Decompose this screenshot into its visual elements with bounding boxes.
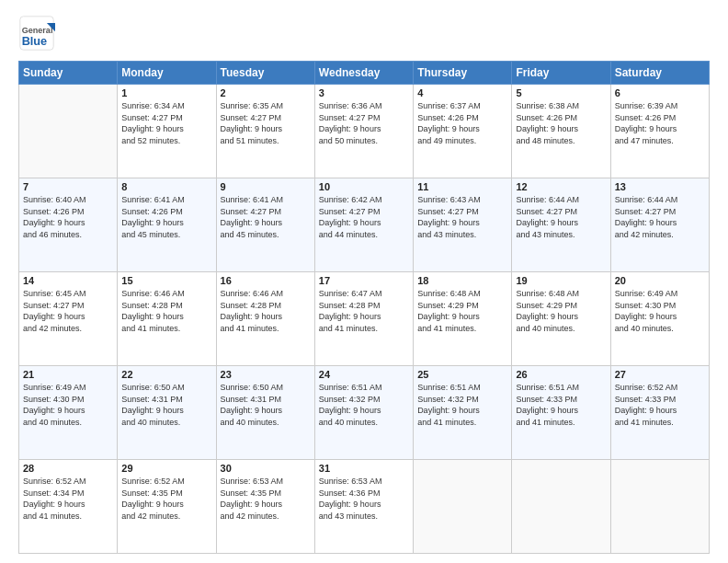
day-number: 16 bbox=[221, 275, 311, 286]
day-info: Sunrise: 6:46 AMSunset: 4:28 PMDaylight:… bbox=[221, 288, 311, 334]
svg-text:Blue: Blue bbox=[22, 34, 48, 48]
day-number: 26 bbox=[516, 369, 606, 380]
day-number: 19 bbox=[516, 275, 606, 286]
day-info: Sunrise: 6:48 AMSunset: 4:29 PMDaylight:… bbox=[516, 288, 606, 334]
calendar-week-row: 7Sunrise: 6:40 AMSunset: 4:26 PMDaylight… bbox=[19, 178, 710, 272]
day-number: 2 bbox=[221, 87, 311, 98]
day-info: Sunrise: 6:49 AMSunset: 4:30 PMDaylight:… bbox=[23, 382, 113, 428]
day-info: Sunrise: 6:46 AMSunset: 4:28 PMDaylight:… bbox=[121, 288, 211, 334]
calendar-cell: 15Sunrise: 6:46 AMSunset: 4:28 PMDayligh… bbox=[118, 272, 216, 366]
calendar-week-row: 14Sunrise: 6:45 AMSunset: 4:27 PMDayligh… bbox=[19, 272, 710, 366]
calendar-cell: 31Sunrise: 6:53 AMSunset: 4:36 PMDayligh… bbox=[314, 460, 413, 554]
day-number: 23 bbox=[221, 369, 311, 380]
day-number: 13 bbox=[615, 181, 705, 192]
calendar-table: SundayMondayTuesdayWednesdayThursdayFrid… bbox=[18, 61, 710, 554]
day-info: Sunrise: 6:34 AMSunset: 4:27 PMDaylight:… bbox=[121, 100, 211, 146]
calendar-cell: 28Sunrise: 6:52 AMSunset: 4:34 PMDayligh… bbox=[19, 460, 118, 554]
calendar-header-row: SundayMondayTuesdayWednesdayThursdayFrid… bbox=[19, 62, 710, 85]
calendar-cell: 9Sunrise: 6:41 AMSunset: 4:27 PMDaylight… bbox=[216, 178, 314, 272]
day-number: 27 bbox=[615, 369, 705, 380]
calendar-cell: 25Sunrise: 6:51 AMSunset: 4:32 PMDayligh… bbox=[414, 366, 512, 460]
day-info: Sunrise: 6:36 AMSunset: 4:27 PMDaylight:… bbox=[319, 100, 409, 146]
day-number: 5 bbox=[516, 87, 606, 98]
day-number: 24 bbox=[319, 369, 409, 380]
calendar-cell: 2Sunrise: 6:35 AMSunset: 4:27 PMDaylight… bbox=[216, 85, 314, 178]
day-info: Sunrise: 6:48 AMSunset: 4:29 PMDaylight:… bbox=[417, 288, 507, 334]
day-info: Sunrise: 6:52 AMSunset: 4:35 PMDaylight:… bbox=[121, 476, 211, 522]
day-info: Sunrise: 6:40 AMSunset: 4:26 PMDaylight:… bbox=[23, 194, 113, 240]
calendar-cell: 7Sunrise: 6:40 AMSunset: 4:26 PMDaylight… bbox=[19, 178, 118, 272]
calendar-cell: 27Sunrise: 6:52 AMSunset: 4:33 PMDayligh… bbox=[610, 366, 709, 460]
calendar-cell bbox=[512, 460, 610, 554]
calendar-cell: 19Sunrise: 6:48 AMSunset: 4:29 PMDayligh… bbox=[512, 272, 610, 366]
day-info: Sunrise: 6:51 AMSunset: 4:33 PMDaylight:… bbox=[516, 382, 606, 428]
day-number: 25 bbox=[417, 369, 507, 380]
day-number: 8 bbox=[121, 181, 211, 192]
day-number: 7 bbox=[23, 181, 113, 192]
day-number: 1 bbox=[121, 87, 211, 98]
calendar-day-header: Tuesday bbox=[216, 62, 314, 85]
calendar-cell: 14Sunrise: 6:45 AMSunset: 4:27 PMDayligh… bbox=[19, 272, 118, 366]
day-info: Sunrise: 6:41 AMSunset: 4:26 PMDaylight:… bbox=[121, 194, 211, 240]
calendar-cell: 17Sunrise: 6:47 AMSunset: 4:28 PMDayligh… bbox=[314, 272, 413, 366]
day-number: 6 bbox=[615, 87, 705, 98]
day-info: Sunrise: 6:35 AMSunset: 4:27 PMDaylight:… bbox=[221, 100, 311, 146]
day-number: 15 bbox=[121, 275, 211, 286]
calendar-cell: 3Sunrise: 6:36 AMSunset: 4:27 PMDaylight… bbox=[314, 85, 413, 178]
calendar-cell: 5Sunrise: 6:38 AMSunset: 4:26 PMDaylight… bbox=[512, 85, 610, 178]
day-info: Sunrise: 6:51 AMSunset: 4:32 PMDaylight:… bbox=[319, 382, 409, 428]
day-info: Sunrise: 6:50 AMSunset: 4:31 PMDaylight:… bbox=[221, 382, 311, 428]
calendar-cell: 21Sunrise: 6:49 AMSunset: 4:30 PMDayligh… bbox=[19, 366, 118, 460]
day-number: 10 bbox=[319, 181, 409, 192]
calendar-day-header: Thursday bbox=[414, 62, 512, 85]
day-info: Sunrise: 6:42 AMSunset: 4:27 PMDaylight:… bbox=[319, 194, 409, 240]
day-info: Sunrise: 6:43 AMSunset: 4:27 PMDaylight:… bbox=[417, 194, 507, 240]
calendar-cell bbox=[610, 460, 709, 554]
calendar-cell: 10Sunrise: 6:42 AMSunset: 4:27 PMDayligh… bbox=[314, 178, 413, 272]
calendar-week-row: 21Sunrise: 6:49 AMSunset: 4:30 PMDayligh… bbox=[19, 366, 710, 460]
logo-icon: General Blue bbox=[18, 15, 55, 52]
day-number: 28 bbox=[23, 463, 113, 474]
calendar-cell: 8Sunrise: 6:41 AMSunset: 4:26 PMDaylight… bbox=[118, 178, 216, 272]
day-number: 4 bbox=[417, 87, 507, 98]
day-info: Sunrise: 6:53 AMSunset: 4:35 PMDaylight:… bbox=[221, 476, 311, 522]
day-info: Sunrise: 6:53 AMSunset: 4:36 PMDaylight:… bbox=[319, 476, 409, 522]
day-number: 3 bbox=[319, 87, 409, 98]
day-number: 14 bbox=[23, 275, 113, 286]
calendar-day-header: Friday bbox=[512, 62, 610, 85]
calendar-cell: 24Sunrise: 6:51 AMSunset: 4:32 PMDayligh… bbox=[314, 366, 413, 460]
day-number: 22 bbox=[121, 369, 211, 380]
day-number: 31 bbox=[319, 463, 409, 474]
day-number: 11 bbox=[417, 181, 507, 192]
day-info: Sunrise: 6:52 AMSunset: 4:34 PMDaylight:… bbox=[23, 476, 113, 522]
calendar-day-header: Saturday bbox=[610, 62, 709, 85]
day-info: Sunrise: 6:37 AMSunset: 4:26 PMDaylight:… bbox=[417, 100, 507, 146]
day-info: Sunrise: 6:44 AMSunset: 4:27 PMDaylight:… bbox=[615, 194, 705, 240]
day-info: Sunrise: 6:47 AMSunset: 4:28 PMDaylight:… bbox=[319, 288, 409, 334]
calendar-cell: 29Sunrise: 6:52 AMSunset: 4:35 PMDayligh… bbox=[118, 460, 216, 554]
calendar-day-header: Wednesday bbox=[314, 62, 413, 85]
calendar-week-row: 1Sunrise: 6:34 AMSunset: 4:27 PMDaylight… bbox=[19, 85, 710, 178]
calendar-cell bbox=[414, 460, 512, 554]
page-container: General Blue SundayMondayTuesdayWednesda… bbox=[0, 0, 728, 563]
calendar-cell bbox=[19, 85, 118, 178]
day-info: Sunrise: 6:45 AMSunset: 4:27 PMDaylight:… bbox=[23, 288, 113, 334]
calendar-day-header: Sunday bbox=[19, 62, 118, 85]
day-number: 17 bbox=[319, 275, 409, 286]
day-number: 30 bbox=[221, 463, 311, 474]
calendar-cell: 13Sunrise: 6:44 AMSunset: 4:27 PMDayligh… bbox=[610, 178, 709, 272]
calendar-cell: 20Sunrise: 6:49 AMSunset: 4:30 PMDayligh… bbox=[610, 272, 709, 366]
page-header: General Blue bbox=[18, 15, 710, 52]
calendar-cell: 30Sunrise: 6:53 AMSunset: 4:35 PMDayligh… bbox=[216, 460, 314, 554]
calendar-week-row: 28Sunrise: 6:52 AMSunset: 4:34 PMDayligh… bbox=[19, 460, 710, 554]
day-info: Sunrise: 6:50 AMSunset: 4:31 PMDaylight:… bbox=[121, 382, 211, 428]
day-info: Sunrise: 6:39 AMSunset: 4:26 PMDaylight:… bbox=[615, 100, 705, 146]
calendar-cell: 11Sunrise: 6:43 AMSunset: 4:27 PMDayligh… bbox=[414, 178, 512, 272]
day-number: 12 bbox=[516, 181, 606, 192]
day-info: Sunrise: 6:41 AMSunset: 4:27 PMDaylight:… bbox=[221, 194, 311, 240]
calendar-cell: 6Sunrise: 6:39 AMSunset: 4:26 PMDaylight… bbox=[610, 85, 709, 178]
day-number: 18 bbox=[417, 275, 507, 286]
day-number: 9 bbox=[221, 181, 311, 192]
logo: General Blue bbox=[18, 15, 59, 52]
day-info: Sunrise: 6:49 AMSunset: 4:30 PMDaylight:… bbox=[615, 288, 705, 334]
